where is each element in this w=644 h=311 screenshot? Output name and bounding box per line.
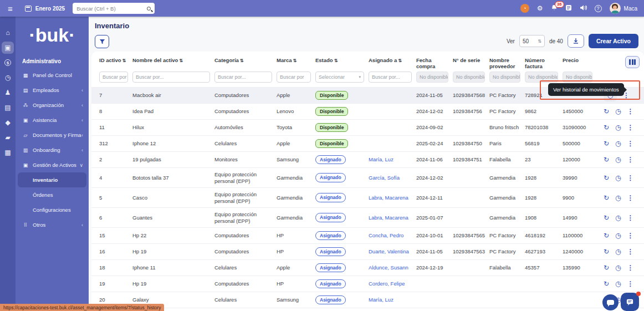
announcements-megaphone-icon[interactable] <box>580 4 587 12</box>
movement-refresh-icon[interactable]: ↻ <box>604 281 609 287</box>
folder-icon[interactable]: ▰ <box>2 131 14 144</box>
kebab-menu-icon[interactable]: ⋮ <box>627 280 634 288</box>
create-asset-button[interactable]: Crear Activo <box>589 34 638 48</box>
time-clock-icon[interactable]: ◷ <box>2 72 14 84</box>
filter-button[interactable] <box>95 35 109 48</box>
assets-module-icon[interactable]: ▣ <box>2 42 14 54</box>
user-menu[interactable]: Maca <box>610 3 637 14</box>
sidebar-item-organizacion[interactable]: ⁂Organización‹ <box>16 98 89 113</box>
sidebar-item-asistencia[interactable]: ▣Asistencia‹ <box>16 113 89 128</box>
movement-refresh-icon[interactable]: ↻ <box>604 215 609 221</box>
movement-refresh-icon[interactable]: ↻ <box>604 124 609 131</box>
sidebar-item-onboarding[interactable]: ▥Onboarding‹ <box>16 142 89 157</box>
period-selector[interactable]: Enero 2025 <box>35 6 65 12</box>
sidebar-subitem-ordenes[interactable]: Órdenes <box>16 187 89 202</box>
assignee-link[interactable]: Cordero, Felipe <box>369 281 405 287</box>
hamburger-menu-icon[interactable]: ≡ <box>8 4 13 13</box>
history-icon[interactable]: ◷ <box>615 156 621 163</box>
kebab-menu-icon[interactable]: ⋮ <box>627 124 634 131</box>
history-icon[interactable]: ◷ <box>615 232 621 239</box>
cell-categoria: Equipo protección personal (EPP) <box>214 211 277 224</box>
history-icon[interactable]: ◷ <box>615 140 621 147</box>
movement-refresh-icon[interactable]: ↻ <box>604 248 609 255</box>
sort-icon[interactable]: ⇅ <box>122 58 126 63</box>
kebab-menu-icon[interactable]: ⋮ <box>627 140 634 147</box>
session-timer-icon[interactable]: ◔ <box>520 4 529 13</box>
sidebar-item-documentos-y-firma[interactable]: ▱Documentos y Firma‹ <box>16 128 89 142</box>
history-icon[interactable]: ◷ <box>615 248 621 255</box>
filter-input-id-activo[interactable]: Buscar por <box>99 72 128 83</box>
history-icon[interactable]: ◷ <box>615 108 621 115</box>
assignee-link[interactable]: María, Luz <box>369 156 393 162</box>
column-header-categoria[interactable]: Categoría⇅ <box>214 56 277 64</box>
kebab-menu-icon[interactable]: ⋮ <box>627 248 634 256</box>
kebab-menu-icon[interactable]: ⋮ <box>627 232 634 239</box>
column-header-asignado-a[interactable]: Asignado a⇅ <box>369 56 416 64</box>
gear-icon[interactable]: ⚙ <box>537 5 543 12</box>
filter-input-asignado-a[interactable]: Buscar por... <box>369 72 412 83</box>
assignee-link[interactable]: Concha, Pedro <box>369 232 403 238</box>
download-button[interactable] <box>568 34 584 48</box>
kebab-menu-icon[interactable]: ⋮ <box>627 194 634 202</box>
history-icon[interactable]: ◷ <box>615 124 621 131</box>
kebab-menu-icon[interactable]: ⋮ <box>627 214 634 222</box>
filter-input-marca[interactable]: Buscar por <box>277 72 311 83</box>
support-widget-button[interactable] <box>621 293 639 311</box>
sidebar-item-panel-de-control[interactable]: ▦Panel de Control <box>16 68 89 83</box>
assignee-link[interactable]: García, Sofía <box>369 175 400 181</box>
column-header-nombre-del-activo[interactable]: Nombre del activo⇅ <box>132 56 214 64</box>
sort-icon[interactable]: ⇅ <box>179 58 183 63</box>
movement-refresh-icon[interactable]: ↻ <box>604 156 609 163</box>
filter-input-nombre-del-activo[interactable]: Buscar por... <box>132 72 210 83</box>
filter-input-categoria[interactable]: Buscar por... <box>214 72 272 83</box>
column-header-marca[interactable]: Marca⇅ <box>277 56 315 64</box>
performance-icon[interactable]: ♟ <box>2 86 14 99</box>
education-icon[interactable]: ◆ <box>2 116 14 129</box>
status-badge: Disponible <box>315 123 348 132</box>
sidebar-subitem-configuraciones[interactable]: Configuraciones <box>16 202 89 217</box>
sort-icon[interactable]: ⇅ <box>240 58 244 63</box>
sidebar-item-otros[interactable]: ⠿Otros‹ <box>16 217 89 232</box>
kebab-menu-icon[interactable]: ⋮ <box>627 108 634 115</box>
movement-refresh-icon[interactable]: ↻ <box>604 195 609 201</box>
column-header-id-activo[interactable]: ID activo⇅ <box>99 56 132 64</box>
assignee-link[interactable]: Labra, Macarena <box>369 215 408 221</box>
history-icon[interactable]: ◷ <box>615 281 621 287</box>
movement-refresh-icon[interactable]: ↻ <box>604 140 609 147</box>
movement-refresh-icon[interactable]: ↻ <box>604 264 609 271</box>
sort-icon[interactable]: ⇅ <box>334 58 338 63</box>
column-header-estado[interactable]: Estado⇅ <box>315 56 369 64</box>
help-icon[interactable]: ? <box>595 5 602 12</box>
toolbox-icon[interactable]: ▤ <box>2 101 14 114</box>
payroll-money-icon[interactable]: $ <box>2 57 14 69</box>
history-icon[interactable]: ◷ <box>615 195 621 201</box>
news-icon[interactable] <box>565 4 572 12</box>
kebab-menu-icon[interactable]: ⋮ <box>627 174 634 182</box>
assignee-link[interactable]: Duarte, Valentina <box>369 248 409 254</box>
sidebar-item-empleados[interactable]: ▤Empleados‹ <box>16 83 89 98</box>
movement-refresh-icon[interactable]: ↻ <box>604 108 609 115</box>
sidebar-subitem-inventario[interactable]: Inventario <box>18 172 86 187</box>
company-building-icon[interactable]: ▦ <box>2 146 14 159</box>
filter-select-estado[interactable]: Seleccionar▾ <box>315 72 364 83</box>
home-icon[interactable]: ⌂ <box>2 27 14 39</box>
assignee-link[interactable]: Labra, Macarena <box>369 195 408 201</box>
history-icon[interactable]: ◷ <box>615 215 621 221</box>
global-search-input[interactable]: Buscar (Ctrl + B) <box>73 3 155 14</box>
assignee-link[interactable]: María, Luz <box>369 297 393 303</box>
history-icon[interactable]: ◷ <box>615 175 621 181</box>
chat-bubble-button[interactable] <box>602 294 619 310</box>
kebab-menu-icon[interactable]: ⋮ <box>627 264 634 272</box>
sort-icon[interactable]: ⇅ <box>398 58 402 63</box>
kebab-menu-icon[interactable]: ⋮ <box>627 156 634 164</box>
movement-refresh-icon[interactable]: ↻ <box>604 175 609 181</box>
history-icon[interactable]: ◷ <box>615 264 621 271</box>
columns-visibility-button[interactable] <box>625 56 640 68</box>
assignee-link[interactable]: Aldunce, Susann <box>369 264 408 271</box>
movement-refresh-icon[interactable]: ↻ <box>604 232 609 239</box>
sidebar-item-gestion-de-activos[interactable]: ▣Gestión de Activos∨ <box>16 157 89 172</box>
cell-categoria: Computadores <box>214 232 277 238</box>
page-size-select[interactable]: 50 ⇅ <box>519 35 545 47</box>
notifications-bell-icon[interactable]: 36 <box>551 4 558 12</box>
sort-icon[interactable]: ⇅ <box>293 58 297 63</box>
